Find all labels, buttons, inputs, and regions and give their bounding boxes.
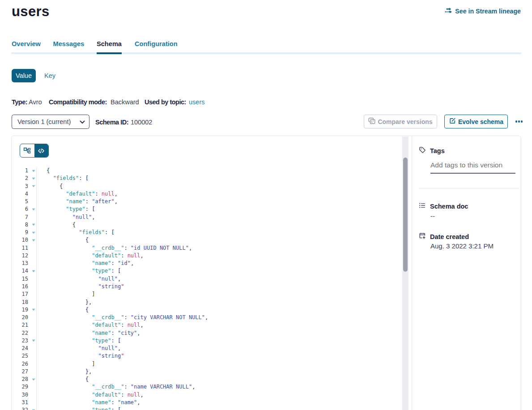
- code-line-content: ]: [36, 290, 95, 298]
- see-in-stream-lineage-label: See in Stream lineage: [455, 8, 521, 15]
- tags-section-header: Tags: [419, 146, 445, 155]
- line-number: 29: [12, 383, 28, 391]
- code-line-3: 3 {: [12, 183, 405, 190]
- caret-spacer: [28, 299, 36, 306]
- schema-sidebar: Tags Schema doc --: [412, 136, 521, 410]
- tab-configuration[interactable]: Configuration: [135, 39, 178, 52]
- code-line-content: "string": [36, 352, 124, 360]
- tags-title: Tags: [430, 147, 445, 154]
- version-select-value: Version 1 (current): [17, 118, 71, 125]
- code-line-22: 22 "name": "city",: [12, 329, 405, 337]
- compat-value: Backward: [111, 98, 139, 106]
- code-line-14: 14 "type": [: [12, 267, 405, 275]
- caret-spacer: [28, 290, 36, 298]
- sidebar-divider: [419, 188, 519, 188]
- collapse-caret-icon[interactable]: [28, 205, 36, 213]
- collapse-caret-icon[interactable]: [28, 236, 36, 244]
- caret-spacer: [28, 360, 36, 368]
- code-line-27: 27 },: [12, 368, 405, 376]
- code-line-12: 12 "default": null,: [12, 252, 405, 260]
- caret-spacer: [28, 383, 36, 391]
- line-number: 1: [12, 167, 28, 175]
- collapse-caret-icon[interactable]: [28, 167, 36, 175]
- code-line-content: {: [36, 183, 63, 190]
- line-number: 9: [12, 229, 28, 236]
- tree-view-icon: [23, 147, 31, 154]
- line-number: 28: [12, 376, 28, 383]
- code-line-content: "default": null,: [36, 391, 144, 399]
- code-line-content: {: [36, 221, 76, 229]
- chevron-down-icon: [80, 120, 85, 124]
- code-line-content: "type": [: [36, 205, 95, 213]
- code-line-10: 10 {: [12, 236, 405, 244]
- line-number: 31: [12, 399, 28, 406]
- code-line-content: "type": [: [36, 337, 121, 345]
- schema-doc-value: --: [430, 212, 435, 220]
- viewer-mode-toggle: [20, 144, 49, 158]
- add-tags-underline: [430, 173, 515, 174]
- schema-json-code: 1{2 "fields": [3 {4 "default": null,5 "n…: [12, 167, 405, 410]
- code-scrollbar[interactable]: [402, 137, 409, 410]
- compare-versions-button[interactable]: Compare versions: [364, 115, 437, 128]
- add-tags-input[interactable]: [430, 161, 513, 169]
- code-line-7: 7 "null",: [12, 214, 405, 221]
- collapse-caret-icon[interactable]: [28, 175, 36, 182]
- value-pill[interactable]: Value: [12, 69, 36, 82]
- date-created-section-header: Date created: [419, 232, 469, 241]
- code-line-content: "name": "city",: [36, 329, 140, 337]
- code-line-25: 25 "string": [12, 352, 405, 360]
- version-select[interactable]: Version 1 (current): [12, 115, 89, 129]
- code-line-28: 28 {: [12, 376, 405, 383]
- tree-view-button[interactable]: [20, 144, 34, 157]
- caret-spacer: [28, 275, 36, 283]
- line-number: 17: [12, 290, 28, 298]
- tag-icon: [419, 146, 426, 155]
- caret-spacer: [28, 391, 36, 399]
- collapse-caret-icon[interactable]: [28, 376, 36, 383]
- key-pill[interactable]: Key: [44, 69, 55, 82]
- code-line-content: "__crdb__": "name VARCHAR NULL",: [36, 383, 195, 391]
- see-in-stream-lineage-link[interactable]: See in Stream lineage: [445, 6, 521, 16]
- code-line-content: },: [36, 299, 92, 306]
- collapse-caret-icon[interactable]: [28, 221, 36, 229]
- tab-messages[interactable]: Messages: [53, 39, 85, 52]
- tab-overview[interactable]: Overview: [12, 39, 41, 52]
- schema-doc-title: Schema doc: [430, 203, 468, 210]
- code-line-content: "__crdb__": "city VARCHAR NOT NULL",: [36, 314, 208, 321]
- date-created-title: Date created: [430, 233, 469, 240]
- topic-link[interactable]: users: [189, 98, 204, 106]
- collapse-caret-icon[interactable]: [28, 229, 36, 236]
- tab-schema[interactable]: Schema: [97, 39, 122, 52]
- code-view-button[interactable]: [34, 144, 49, 157]
- ellipsis-dot: [515, 120, 518, 123]
- calendar-plus-icon: [419, 232, 426, 241]
- code-line-31: 31 "name": "name",: [12, 399, 405, 406]
- code-line-content: ]: [36, 360, 95, 368]
- code-line-8: 8 {: [12, 221, 405, 229]
- code-line-content: "type": [: [36, 406, 121, 410]
- collapse-caret-icon[interactable]: [28, 406, 36, 410]
- line-number: 3: [12, 183, 28, 190]
- code-view-icon: [38, 147, 45, 154]
- evolve-schema-button[interactable]: Evolve schema: [444, 115, 508, 128]
- code-line-2: 2 "fields": [: [12, 175, 405, 182]
- code-line-content: "name": "id",: [36, 260, 134, 267]
- topic-schema-page: users See in Stream lineage OverviewMess…: [0, 0, 532, 410]
- code-line-content: "null",: [36, 345, 121, 352]
- collapse-caret-icon[interactable]: [28, 183, 36, 190]
- code-line-content: "null",: [36, 214, 95, 221]
- serde-toggle: Value Key: [12, 69, 55, 82]
- type-value: Avro: [29, 98, 42, 106]
- collapse-caret-icon[interactable]: [28, 267, 36, 275]
- collapse-caret-icon[interactable]: [28, 337, 36, 345]
- code-line-20: 20 "__crdb__": "city VARCHAR NOT NULL",: [12, 314, 405, 321]
- line-number: 20: [12, 314, 28, 321]
- more-actions-button[interactable]: [513, 115, 525, 128]
- code-line-content: "fields": [: [36, 175, 89, 182]
- code-line-content: {: [36, 167, 50, 175]
- line-number: 2: [12, 175, 28, 182]
- line-number: 25: [12, 352, 28, 360]
- code-line-1: 1{: [12, 167, 405, 175]
- collapse-caret-icon[interactable]: [28, 306, 36, 314]
- code-scrollbar-thumb[interactable]: [403, 158, 408, 272]
